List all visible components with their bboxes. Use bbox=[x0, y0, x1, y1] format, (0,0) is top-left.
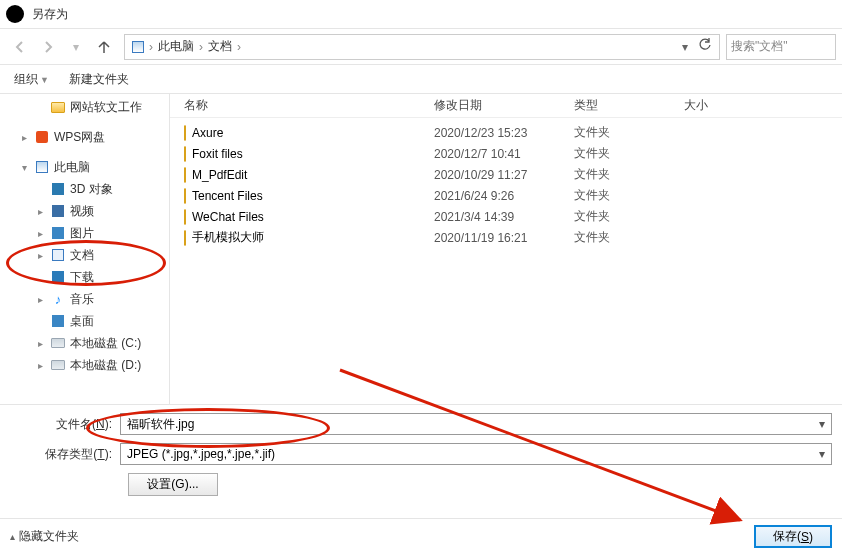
breadcrumb-seg[interactable]: 此电脑 bbox=[155, 38, 197, 55]
folder-icon bbox=[50, 99, 66, 115]
tree-item-label: 视频 bbox=[70, 203, 94, 220]
doc-icon bbox=[50, 247, 66, 263]
table-row[interactable]: M_PdfEdit2020/10/29 11:27文件夹 bbox=[184, 164, 842, 185]
tree-item[interactable]: ▸本地磁盘 (C:) bbox=[0, 332, 169, 354]
organize-label: 组织 bbox=[14, 72, 38, 86]
filename-label: 文件名(N): bbox=[10, 416, 120, 433]
tree-expander-icon[interactable]: ▸ bbox=[18, 132, 30, 143]
search-input[interactable]: 搜索"文档" bbox=[726, 34, 836, 60]
column-headers[interactable]: 名称 修改日期 类型 大小 bbox=[170, 94, 842, 118]
table-row[interactable]: Axure2020/12/23 15:23文件夹 bbox=[184, 122, 842, 143]
app-icon bbox=[6, 5, 24, 23]
nav-tree[interactable]: 网站软文工作▸WPS网盘▾此电脑3D 对象▸视频▸图片▸文档下载▸♪音乐桌面▸本… bbox=[0, 94, 170, 404]
col-type[interactable]: 类型 bbox=[574, 97, 684, 114]
breadcrumb-seg[interactable]: 文档 bbox=[205, 38, 235, 55]
tree-expander-icon[interactable]: ▸ bbox=[34, 360, 46, 371]
file-date: 2021/3/4 14:39 bbox=[434, 210, 574, 224]
down-icon bbox=[50, 269, 66, 285]
tree-item[interactable]: ▸文档 bbox=[0, 244, 169, 266]
arrow-up-icon bbox=[96, 39, 112, 55]
chevron-right-icon: › bbox=[197, 40, 205, 54]
hide-folders-toggle[interactable]: ▴ 隐藏文件夹 bbox=[10, 528, 79, 545]
tree-item-label: 3D 对象 bbox=[70, 181, 113, 198]
tree-item-label: 下载 bbox=[70, 269, 94, 286]
tree-item-label: 图片 bbox=[70, 225, 94, 242]
file-type: 文件夹 bbox=[574, 145, 684, 162]
tree-item-label: 网站软文工作 bbox=[70, 99, 142, 116]
col-size[interactable]: 大小 bbox=[684, 97, 842, 114]
folder-icon bbox=[184, 210, 186, 224]
chevron-right-icon: › bbox=[235, 40, 243, 54]
toolbar: 组织▼ 新建文件夹 bbox=[0, 64, 842, 94]
nav-recent-button[interactable]: ▾ bbox=[62, 33, 90, 61]
file-date: 2020/11/19 16:21 bbox=[434, 231, 574, 245]
address-dropdown[interactable]: ▾ bbox=[675, 40, 695, 54]
tree-item[interactable]: 网站软文工作 bbox=[0, 96, 169, 118]
nav-back-button[interactable] bbox=[6, 33, 34, 61]
tree-item[interactable]: ▸WPS网盘 bbox=[0, 126, 169, 148]
file-date: 2020/12/23 15:23 bbox=[434, 126, 574, 140]
save-button[interactable]: 保存(S) bbox=[754, 525, 832, 548]
tree-item[interactable]: ▸本地磁盘 (D:) bbox=[0, 354, 169, 376]
address-bar[interactable]: › 此电脑 › 文档 › ▾ bbox=[124, 34, 720, 60]
search-placeholder: 搜索"文档" bbox=[731, 38, 788, 55]
folder-icon bbox=[184, 231, 186, 245]
chevron-down-icon[interactable]: ▾ bbox=[819, 447, 825, 461]
settings-button[interactable]: 设置(G)... bbox=[128, 473, 218, 496]
file-type: 文件夹 bbox=[574, 166, 684, 183]
desktop-icon bbox=[50, 313, 66, 329]
tree-expander-icon[interactable]: ▸ bbox=[34, 206, 46, 217]
pic-icon bbox=[50, 225, 66, 241]
hide-folders-label: 隐藏文件夹 bbox=[19, 528, 79, 545]
folder-icon bbox=[184, 126, 186, 140]
refresh-button[interactable] bbox=[695, 38, 715, 55]
tree-expander-icon[interactable]: ▸ bbox=[34, 294, 46, 305]
tree-item[interactable]: ▸图片 bbox=[0, 222, 169, 244]
filetype-select[interactable]: JPEG (*.jpg,*.jpeg,*.jpe,*.jif) ▾ bbox=[120, 443, 832, 465]
titlebar: 另存为 bbox=[0, 0, 842, 28]
pc-icon bbox=[34, 159, 50, 175]
organize-menu[interactable]: 组织▼ bbox=[10, 69, 53, 90]
filename-input[interactable]: 福昕软件.jpg ▾ bbox=[120, 413, 832, 435]
file-list: 名称 修改日期 类型 大小 Axure2020/12/23 15:23文件夹Fo… bbox=[170, 94, 842, 404]
tree-item[interactable]: 下载 bbox=[0, 266, 169, 288]
tree-item[interactable]: ▸视频 bbox=[0, 200, 169, 222]
3d-icon bbox=[50, 181, 66, 197]
file-name: Foxit files bbox=[192, 147, 243, 161]
nav-forward-button[interactable] bbox=[34, 33, 62, 61]
chevron-down-icon: ▴ bbox=[10, 531, 15, 542]
col-name[interactable]: 名称 bbox=[184, 97, 434, 114]
tree-item[interactable]: 3D 对象 bbox=[0, 178, 169, 200]
pc-icon bbox=[129, 41, 147, 53]
col-date[interactable]: 修改日期 bbox=[434, 97, 574, 114]
tree-item[interactable]: ▾此电脑 bbox=[0, 156, 169, 178]
disk-icon bbox=[50, 335, 66, 351]
file-name: WeChat Files bbox=[192, 210, 264, 224]
tree-expander-icon[interactable]: ▸ bbox=[34, 228, 46, 239]
nav-up-button[interactable] bbox=[90, 33, 118, 61]
chevron-down-icon[interactable]: ▾ bbox=[819, 417, 825, 431]
wps-icon bbox=[34, 129, 50, 145]
disk-icon bbox=[50, 357, 66, 373]
main-split: 网站软文工作▸WPS网盘▾此电脑3D 对象▸视频▸图片▸文档下载▸♪音乐桌面▸本… bbox=[0, 94, 842, 404]
tree-item-label: 本地磁盘 (D:) bbox=[70, 357, 141, 374]
tree-item[interactable]: ▸♪音乐 bbox=[0, 288, 169, 310]
folder-icon bbox=[184, 147, 186, 161]
table-row[interactable]: Tencent Files2021/6/24 9:26文件夹 bbox=[184, 185, 842, 206]
tree-item[interactable]: 桌面 bbox=[0, 310, 169, 332]
file-date: 2020/10/29 11:27 bbox=[434, 168, 574, 182]
tree-expander-icon[interactable]: ▾ bbox=[18, 162, 30, 173]
file-date: 2021/6/24 9:26 bbox=[434, 189, 574, 203]
tree-item-label: 本地磁盘 (C:) bbox=[70, 335, 141, 352]
tree-expander-icon[interactable]: ▸ bbox=[34, 338, 46, 349]
new-folder-button[interactable]: 新建文件夹 bbox=[65, 69, 133, 90]
file-type: 文件夹 bbox=[574, 229, 684, 246]
footer: ▴ 隐藏文件夹 保存(S) bbox=[0, 518, 842, 554]
arrow-right-icon bbox=[40, 39, 56, 55]
table-row[interactable]: WeChat Files2021/3/4 14:39文件夹 bbox=[184, 206, 842, 227]
tree-expander-icon[interactable]: ▸ bbox=[34, 250, 46, 261]
table-row[interactable]: Foxit files2020/12/7 10:41文件夹 bbox=[184, 143, 842, 164]
tree-item-label: 音乐 bbox=[70, 291, 94, 308]
window-title: 另存为 bbox=[32, 6, 68, 23]
table-row[interactable]: 手机模拟大师2020/11/19 16:21文件夹 bbox=[184, 227, 842, 248]
